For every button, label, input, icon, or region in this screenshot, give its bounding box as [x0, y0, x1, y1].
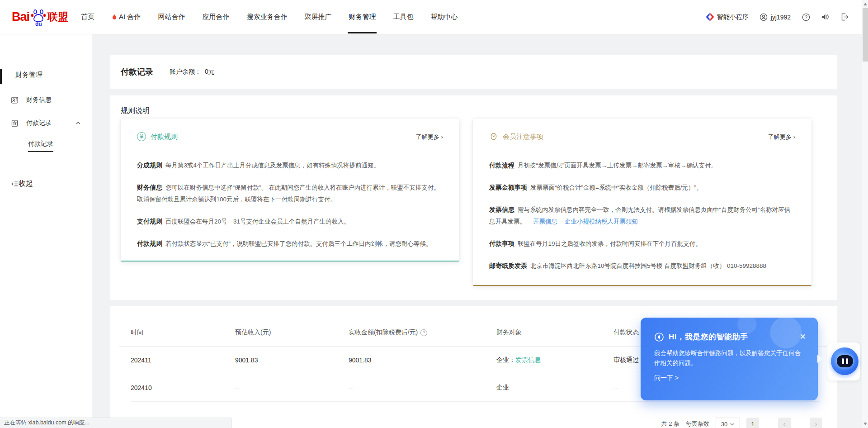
rule-desc: 联盟在每月19日之后签收的发票，付款时间安排在下个月首批支付。 — [518, 240, 702, 247]
nav-item-label: AI 合作 — [119, 13, 141, 21]
question-circle-icon[interactable]: ? — [420, 329, 427, 336]
sidebar-item-payment-records[interactable]: 付款记录 — [0, 117, 92, 129]
cell-actual-amount: -- — [349, 384, 496, 391]
scrollbar-thumb[interactable] — [863, 8, 868, 62]
nav-item[interactable]: 搜索业务合作 — [246, 0, 287, 34]
sidebar-item-label: 付款记录 — [26, 119, 52, 127]
balance-value: 0元 — [205, 68, 215, 76]
rule-item: 支付规则百度联盟会在每月20号—31号支付企业会员上个自然月产生的收入。 — [137, 215, 443, 228]
learn-more-link[interactable]: 了解更多› — [768, 133, 795, 141]
rule-body: 付款流程月初按“发票信息”页面开具发票→上传发票→邮寄发票→审核→确认支付。发票… — [473, 141, 811, 272]
per-page-select[interactable]: 30 — [716, 418, 740, 428]
browser-status-bar: 正在等待 xlab.baidu.com 的响应... — [0, 418, 231, 428]
scroll-down-arrow-icon[interactable] — [863, 423, 867, 425]
flame-icon — [112, 14, 117, 20]
rule-item: 付款流程月初按“发票信息”页面开具发票→上传发票→邮寄发票→审核→确认支付。 — [489, 159, 795, 171]
rule-term: 财务信息 — [137, 184, 162, 191]
rule-term: 分成规则 — [137, 162, 162, 169]
cell-time: 202410 — [131, 384, 235, 391]
logo-text-union: 联盟 — [47, 10, 68, 24]
chevron-down-icon — [730, 423, 735, 426]
collapse-label: 收起 — [19, 179, 33, 189]
nav-item[interactable]: 网站合作 — [158, 0, 185, 34]
table-column-header: 实收金额(扣除税费后/元)? — [349, 328, 496, 337]
active-section-indicator — [0, 69, 2, 84]
svg-text:?: ? — [805, 14, 807, 19]
rule-body: 分成规则每月第3或4个工作日产出上月分成信息及发票信息，如有特殊情况将提前通知。… — [121, 141, 459, 250]
rules-section-title: 规则说明 — [121, 106, 150, 116]
rule-item: 付款事项联盟在每月19日之后签收的发票，付款时间安排在下个月首批支付。 — [489, 238, 795, 250]
nav-item-label: 聚屏推广 — [304, 13, 331, 21]
card-header: 会员注意事项 — [473, 119, 811, 141]
scroll-up-arrow-icon[interactable] — [863, 3, 867, 5]
sidebar-collapse-button[interactable]: 收起 — [0, 177, 92, 190]
member-notes-card: 会员注意事项 了解更多› 付款流程月初按“发票信息”页面开具发票→上传发票→邮寄… — [473, 119, 811, 286]
main-nav: 首页AI 合作网站合作应用合作搜索业务合作聚屏推广财务管理工具包帮助中心 — [81, 0, 458, 34]
chevron-right-icon: › — [793, 133, 795, 140]
page-title: 付款记录 — [121, 67, 153, 77]
rule-term: 邮寄纸质发票 — [489, 262, 527, 269]
rule-desc: 发票票面“价税合计”金额=系统中“实收金额（扣除税费后/元）”。 — [530, 184, 703, 191]
rule-item: 发票信息需与系统内发票信息内容完全一致，否则无法支付。请根据发票信息页面中“百度… — [489, 204, 795, 228]
rule-term: 付款事项 — [489, 240, 514, 247]
rule-inline-link[interactable]: 开票信息 — [533, 218, 557, 225]
user-icon — [760, 13, 768, 21]
next-page-button[interactable]: › — [810, 418, 822, 428]
nav-item-label: 网站合作 — [158, 13, 185, 21]
rule-desc: 若付款状态显示“已支付”，说明联盟已安排了您的付款。支付后三个工作日内到帐，请您… — [165, 240, 432, 247]
nav-item-label: 应用合作 — [202, 13, 229, 21]
cell-actual-amount: 9001.83 — [349, 357, 496, 364]
prev-page-button[interactable]: ‹ — [778, 418, 791, 428]
chevron-up-icon[interactable] — [75, 120, 81, 126]
rule-term: 付款规则 — [137, 240, 162, 247]
logout-icon[interactable] — [840, 13, 849, 21]
sidebar: 财务管理 财务信息 付款记录 付款记录 — [0, 34, 92, 428]
nav-item[interactable]: AI 合作 — [112, 0, 141, 34]
help-icon[interactable]: ? — [802, 13, 810, 21]
cell-finance-target: 企业 — [496, 384, 613, 392]
compass-icon — [654, 332, 664, 342]
page-number-button[interactable]: 1 — [746, 418, 759, 428]
nav-item[interactable]: 聚屏推广 — [304, 0, 331, 34]
penguin-icon — [489, 132, 498, 141]
audio-icon[interactable] — [821, 13, 830, 21]
sidebar-subitem-payment-records[interactable]: 付款记录 — [28, 140, 53, 152]
rule-inline-link[interactable]: 企业小规模纳税人开票须知 — [565, 218, 638, 225]
ask-now-link[interactable]: 问一下 > — [654, 374, 804, 382]
assistant-message: 我会帮助您诊断合作链路问题，以及解答您关于任何合作相关的问题。 — [654, 348, 806, 368]
miniprogram-entry[interactable]: 智能小程序 — [706, 13, 749, 21]
nav-item[interactable]: 首页 — [81, 0, 94, 34]
page-header-card: 付款记录 账户余额： 0元 — [110, 55, 837, 89]
rule-item: 付款规则若付款状态显示“已支付”，说明联盟已安排了您的付款。支付后三个工作日内到… — [137, 238, 443, 250]
invoice-info-link[interactable]: 发票信息 — [515, 356, 541, 363]
nav-item[interactable]: 帮助中心 — [430, 0, 458, 34]
cell-estimated-income: 9001.83 — [235, 357, 349, 364]
rules-section: 规则说明 ¥ 付款规则 了解更多› 分成规则每月第3或4个工作日产出上月分成信息… — [110, 95, 837, 300]
sidebar-section-title: 财务管理 — [15, 71, 42, 79]
nav-item-label: 首页 — [81, 13, 94, 21]
nav-item[interactable]: 工具包 — [393, 0, 413, 34]
rule-desc: 月初按“发票信息”页面开具发票→上传发票→邮寄发票→审核→确认支付。 — [518, 162, 717, 169]
assistant-title: Hi，我是您的智能助手 — [669, 332, 748, 342]
miniprogram-icon — [706, 13, 714, 21]
table-column-header: 预估收入(元) — [235, 328, 349, 337]
page-scrollbar[interactable] — [862, 0, 868, 428]
assistant-robot-button[interactable] — [831, 347, 859, 375]
user-account[interactable]: jyj1992 — [760, 13, 791, 21]
card-title: 付款规则 — [151, 133, 178, 141]
learn-more-link[interactable]: 了解更多› — [416, 133, 443, 141]
nav-item[interactable]: 应用合作 — [202, 0, 229, 34]
coin-yen-icon: ¥ — [137, 132, 146, 141]
topbar-right-cluster: 智能小程序 jyj1992 ? — [706, 13, 849, 21]
per-page-label: 每页条数 — [686, 420, 709, 428]
baidu-union-logo[interactable]: Bai du 联盟 — [12, 8, 68, 26]
sidebar-item-label: 财务信息 — [26, 96, 52, 104]
sidebar-item-finance-info[interactable]: 财务信息 — [0, 94, 92, 106]
nav-item[interactable]: 财务管理 — [349, 0, 376, 34]
close-icon[interactable]: ✕ — [800, 333, 806, 341]
table-column-header: 时间 — [131, 328, 235, 337]
cell-time: 202411 — [131, 357, 235, 364]
pagination: 共 2 条 每页条数 30 1 ‹ › — [661, 418, 822, 428]
menu-fold-icon — [11, 180, 19, 188]
cell-finance-target: 企业：发票信息 — [496, 356, 613, 364]
